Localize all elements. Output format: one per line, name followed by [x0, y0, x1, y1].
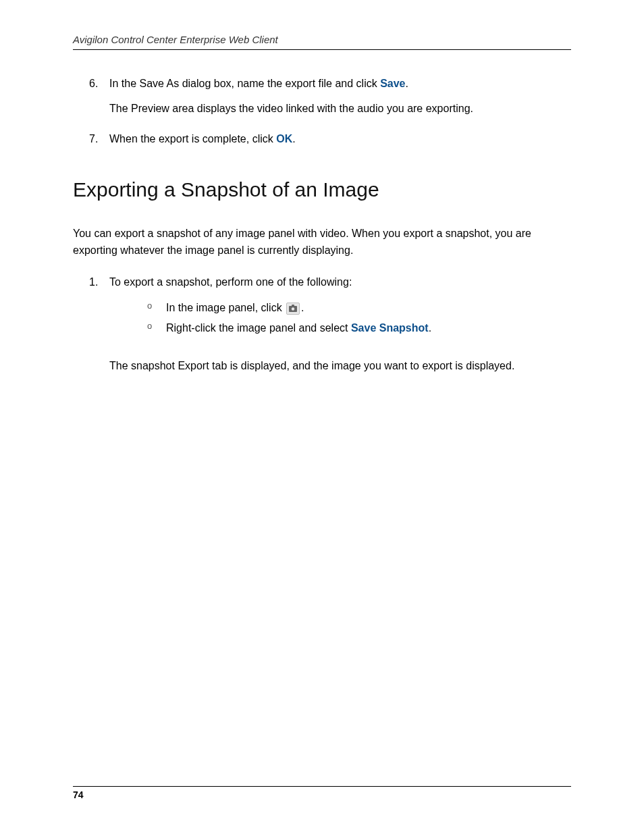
svg-rect-1 — [292, 305, 294, 307]
camera-icon — [286, 303, 300, 315]
step-text: When the export is complete, click — [109, 133, 276, 145]
closing-text: The snapshot Export tab is displayed, an… — [73, 358, 571, 375]
steps-lower: 1. To export a snapshot, perform one of … — [73, 274, 571, 339]
running-header: Avigilon Control Center Enterprise Web C… — [73, 34, 571, 50]
save-snapshot-action: Save Snapshot — [351, 322, 429, 334]
steps-upper: 6. In the Save As dialog box, name the e… — [73, 76, 571, 147]
sub-text-post: . — [429, 322, 431, 334]
ok-action: OK — [276, 133, 292, 145]
step-marker: 1. — [89, 274, 98, 291]
page-number: 74 — [73, 789, 571, 800]
section-title: Exporting a Snapshot of an Image — [73, 178, 571, 201]
sub-marker: o — [147, 298, 152, 315]
step-text: In the Save As dialog box, name the expo… — [109, 78, 380, 89]
sub-item-click-icon: o In the image panel, click . — [147, 298, 571, 318]
sub-text: In the image panel, click — [166, 302, 285, 313]
step-6: 6. In the Save As dialog box, name the e… — [73, 76, 571, 118]
sub-text: Right-click the image panel and select — [166, 322, 351, 334]
footer-rule — [73, 786, 571, 787]
step-text-post: . — [406, 78, 408, 89]
step-text: To export a snapshot, perform one of the… — [109, 276, 352, 288]
step-para: The Preview area displays the video link… — [109, 101, 571, 118]
step-marker: 6. — [89, 76, 98, 93]
step-text-post: . — [292, 133, 295, 145]
page-footer: 74 — [73, 786, 571, 800]
step-1: 1. To export a snapshot, perform one of … — [73, 274, 571, 339]
step-7: 7. When the export is complete, click OK… — [73, 131, 571, 148]
sub-text-post: . — [301, 302, 304, 313]
sub-list: o In the image panel, click . o Right-cl… — [109, 298, 571, 339]
save-action: Save — [380, 78, 405, 89]
sub-marker: o — [147, 318, 152, 335]
step-marker: 7. — [89, 131, 98, 148]
sub-item-right-click: o Right-click the image panel and select… — [147, 318, 571, 338]
section-intro: You can export a snapshot of any image p… — [73, 226, 571, 259]
svg-point-2 — [292, 307, 294, 310]
